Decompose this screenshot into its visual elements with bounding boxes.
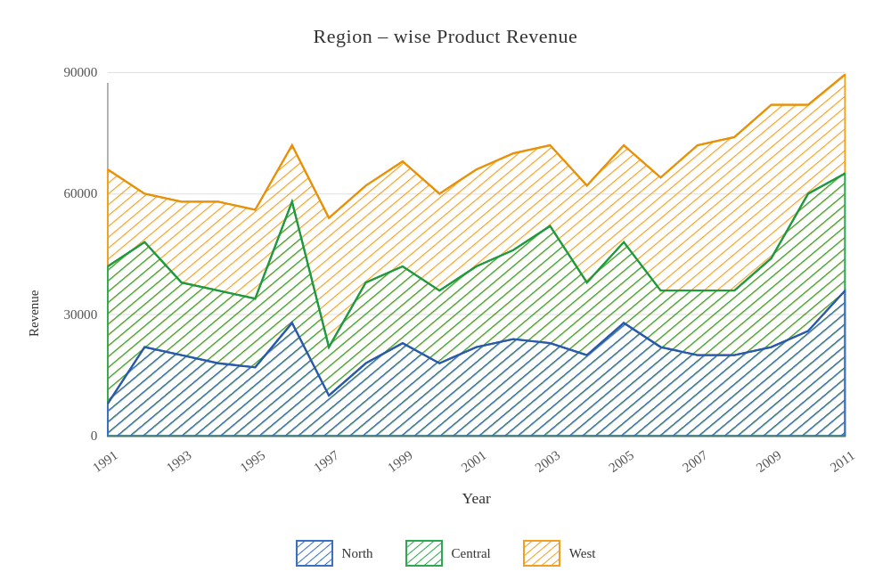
chart-area: Revenue	[18, 55, 873, 536]
svg-text:1993: 1993	[163, 447, 194, 475]
svg-text:2011: 2011	[827, 447, 855, 475]
svg-text:60000: 60000	[63, 185, 97, 200]
svg-text:1997: 1997	[311, 447, 342, 476]
chart-svg: 0 30000 60000 90000 1991 1993 1995 1997 …	[45, 55, 855, 536]
legend-item-west: West	[523, 540, 596, 567]
svg-rect-28	[406, 541, 442, 566]
chart-title: Region – wise Product Revenue	[314, 25, 578, 48]
svg-text:90000: 90000	[63, 64, 97, 79]
svg-rect-30	[524, 541, 560, 566]
svg-text:Year: Year	[462, 489, 491, 507]
svg-text:2003: 2003	[532, 447, 563, 475]
svg-text:1999: 1999	[384, 447, 415, 475]
svg-text:2001: 2001	[458, 447, 489, 475]
svg-text:1991: 1991	[89, 447, 120, 475]
legend-item-north: North	[296, 540, 373, 567]
y-axis-label: Revenue	[27, 55, 45, 536]
svg-text:1995: 1995	[237, 447, 268, 475]
svg-rect-26	[297, 541, 332, 566]
legend-central-icon	[405, 540, 443, 567]
legend-item-central: Central	[405, 540, 491, 567]
legend-label-west: West	[569, 546, 596, 561]
chart-legend: North Central We	[296, 540, 596, 567]
svg-text:0: 0	[91, 428, 98, 443]
legend-label-central: Central	[452, 546, 491, 561]
chart-inner: 0 30000 60000 90000 1991 1993 1995 1997 …	[45, 55, 855, 536]
legend-north-icon	[296, 540, 333, 567]
svg-text:2009: 2009	[753, 447, 784, 475]
svg-text:2005: 2005	[606, 447, 637, 475]
legend-west-icon	[523, 540, 560, 567]
svg-text:30000: 30000	[63, 306, 97, 322]
legend-label-north: North	[342, 546, 373, 561]
chart-container: Region – wise Product Revenue Revenue	[18, 9, 873, 579]
svg-text:2007: 2007	[679, 447, 710, 476]
